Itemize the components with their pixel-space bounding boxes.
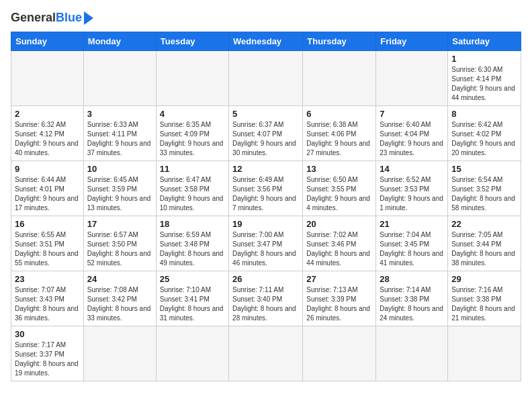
calendar-cell: 28Sunrise: 7:14 AM Sunset: 3:38 PM Dayli… (376, 271, 448, 326)
day-info: Sunrise: 7:08 AM Sunset: 3:42 PM Dayligh… (87, 285, 152, 323)
calendar-cell: 10Sunrise: 6:45 AM Sunset: 3:59 PM Dayli… (83, 161, 156, 216)
week-row-3: 9Sunrise: 6:44 AM Sunset: 4:01 PM Daylig… (11, 161, 521, 216)
day-info: Sunrise: 6:32 AM Sunset: 4:12 PM Dayligh… (15, 120, 80, 158)
day-number: 8 (451, 109, 517, 119)
day-number: 11 (160, 164, 225, 174)
calendar-cell: 5Sunrise: 6:37 AM Sunset: 4:07 PM Daylig… (229, 106, 303, 161)
day-info: Sunrise: 6:54 AM Sunset: 3:52 PM Dayligh… (451, 175, 517, 213)
day-info: Sunrise: 6:37 AM Sunset: 4:07 PM Dayligh… (232, 120, 299, 158)
day-number: 27 (306, 274, 372, 284)
day-info: Sunrise: 6:30 AM Sunset: 4:14 PM Dayligh… (451, 65, 517, 103)
calendar-cell: 21Sunrise: 7:04 AM Sunset: 3:45 PM Dayli… (376, 216, 448, 271)
day-header-thursday: Thursday (303, 32, 376, 51)
day-number: 10 (87, 164, 152, 174)
calendar-cell: 6Sunrise: 6:38 AM Sunset: 4:06 PM Daylig… (303, 106, 376, 161)
day-number: 5 (232, 109, 299, 119)
day-number: 3 (87, 109, 152, 119)
day-header-tuesday: Tuesday (156, 32, 228, 51)
calendar-cell (376, 51, 448, 106)
day-number: 19 (232, 219, 299, 229)
week-row-2: 2Sunrise: 6:32 AM Sunset: 4:12 PM Daylig… (11, 106, 521, 161)
day-info: Sunrise: 6:59 AM Sunset: 3:48 PM Dayligh… (160, 230, 225, 268)
header: General Blue (11, 11, 521, 25)
day-number: 7 (380, 109, 444, 119)
day-info: Sunrise: 7:00 AM Sunset: 3:47 PM Dayligh… (232, 230, 299, 268)
day-info: Sunrise: 6:38 AM Sunset: 4:06 PM Dayligh… (306, 120, 372, 158)
day-header-saturday: Saturday (448, 32, 521, 51)
calendar-cell: 18Sunrise: 6:59 AM Sunset: 3:48 PM Dayli… (156, 216, 228, 271)
calendar-cell: 9Sunrise: 6:44 AM Sunset: 4:01 PM Daylig… (11, 161, 84, 216)
calendar-header-row: SundayMondayTuesdayWednesdayThursdayFrid… (11, 32, 521, 51)
calendar-cell: 15Sunrise: 6:54 AM Sunset: 3:52 PM Dayli… (448, 161, 521, 216)
calendar-cell (303, 326, 376, 381)
day-number: 23 (15, 274, 80, 284)
week-row-5: 23Sunrise: 7:07 AM Sunset: 3:43 PM Dayli… (11, 271, 521, 326)
day-info: Sunrise: 6:49 AM Sunset: 3:56 PM Dayligh… (232, 175, 299, 213)
calendar-cell: 13Sunrise: 6:50 AM Sunset: 3:55 PM Dayli… (303, 161, 376, 216)
day-header-monday: Monday (83, 32, 156, 51)
day-info: Sunrise: 6:33 AM Sunset: 4:11 PM Dayligh… (87, 120, 152, 158)
day-number: 9 (15, 164, 80, 174)
day-info: Sunrise: 7:14 AM Sunset: 3:38 PM Dayligh… (380, 285, 444, 323)
calendar-cell: 17Sunrise: 6:57 AM Sunset: 3:50 PM Dayli… (83, 216, 156, 271)
day-number: 13 (306, 164, 372, 174)
day-info: Sunrise: 7:07 AM Sunset: 3:43 PM Dayligh… (15, 285, 80, 323)
logo-general: General (11, 11, 56, 25)
calendar-cell (303, 51, 376, 106)
calendar-cell: 30Sunrise: 7:17 AM Sunset: 3:37 PM Dayli… (11, 326, 84, 381)
day-number: 4 (160, 109, 225, 119)
logo: General Blue (11, 11, 93, 25)
day-number: 29 (451, 274, 517, 284)
day-info: Sunrise: 6:45 AM Sunset: 3:59 PM Dayligh… (87, 175, 152, 213)
week-row-6: 30Sunrise: 7:17 AM Sunset: 3:37 PM Dayli… (11, 326, 521, 381)
day-number: 16 (15, 219, 80, 229)
calendar-cell (83, 326, 156, 381)
day-info: Sunrise: 6:35 AM Sunset: 4:09 PM Dayligh… (160, 120, 225, 158)
day-info: Sunrise: 7:02 AM Sunset: 3:46 PM Dayligh… (306, 230, 372, 268)
day-info: Sunrise: 7:05 AM Sunset: 3:44 PM Dayligh… (451, 230, 517, 268)
day-number: 6 (306, 109, 372, 119)
week-row-1: 1Sunrise: 6:30 AM Sunset: 4:14 PM Daylig… (11, 51, 521, 106)
day-number: 22 (451, 219, 517, 229)
day-info: Sunrise: 7:10 AM Sunset: 3:41 PM Dayligh… (160, 285, 225, 323)
day-number: 17 (87, 219, 152, 229)
calendar-cell: 22Sunrise: 7:05 AM Sunset: 3:44 PM Dayli… (448, 216, 521, 271)
day-header-friday: Friday (376, 32, 448, 51)
day-number: 14 (380, 164, 444, 174)
day-info: Sunrise: 6:57 AM Sunset: 3:50 PM Dayligh… (87, 230, 152, 268)
calendar-cell (83, 51, 156, 106)
calendar-cell (156, 51, 228, 106)
day-info: Sunrise: 6:50 AM Sunset: 3:55 PM Dayligh… (306, 175, 372, 213)
calendar-cell: 24Sunrise: 7:08 AM Sunset: 3:42 PM Dayli… (83, 271, 156, 326)
day-number: 21 (380, 219, 444, 229)
calendar-cell: 19Sunrise: 7:00 AM Sunset: 3:47 PM Dayli… (229, 216, 303, 271)
day-info: Sunrise: 7:13 AM Sunset: 3:39 PM Dayligh… (306, 285, 372, 323)
calendar-cell: 27Sunrise: 7:13 AM Sunset: 3:39 PM Dayli… (303, 271, 376, 326)
calendar-cell (229, 326, 303, 381)
day-info: Sunrise: 7:16 AM Sunset: 3:38 PM Dayligh… (451, 285, 517, 323)
calendar-table: SundayMondayTuesdayWednesdayThursdayFrid… (11, 32, 521, 381)
calendar-cell: 14Sunrise: 6:52 AM Sunset: 3:53 PM Dayli… (376, 161, 448, 216)
day-info: Sunrise: 6:55 AM Sunset: 3:51 PM Dayligh… (15, 230, 80, 268)
day-info: Sunrise: 7:17 AM Sunset: 3:37 PM Dayligh… (15, 340, 80, 378)
day-info: Sunrise: 6:44 AM Sunset: 4:01 PM Dayligh… (15, 175, 80, 213)
day-header-wednesday: Wednesday (229, 32, 303, 51)
calendar-cell: 11Sunrise: 6:47 AM Sunset: 3:58 PM Dayli… (156, 161, 228, 216)
day-number: 1 (451, 54, 517, 64)
calendar-cell: 26Sunrise: 7:11 AM Sunset: 3:40 PM Dayli… (229, 271, 303, 326)
week-row-4: 16Sunrise: 6:55 AM Sunset: 3:51 PM Dayli… (11, 216, 521, 271)
day-number: 2 (15, 109, 80, 119)
day-info: Sunrise: 6:40 AM Sunset: 4:04 PM Dayligh… (380, 120, 444, 158)
day-number: 28 (380, 274, 444, 284)
calendar-cell: 25Sunrise: 7:10 AM Sunset: 3:41 PM Dayli… (156, 271, 228, 326)
day-number: 18 (160, 219, 225, 229)
day-info: Sunrise: 6:47 AM Sunset: 3:58 PM Dayligh… (160, 175, 225, 213)
calendar-cell: 4Sunrise: 6:35 AM Sunset: 4:09 PM Daylig… (156, 106, 228, 161)
day-info: Sunrise: 6:52 AM Sunset: 3:53 PM Dayligh… (380, 175, 444, 213)
logo-blue: Blue (56, 11, 82, 25)
calendar-cell: 29Sunrise: 7:16 AM Sunset: 3:38 PM Dayli… (448, 271, 521, 326)
day-header-sunday: Sunday (11, 32, 84, 51)
calendar-cell: 3Sunrise: 6:33 AM Sunset: 4:11 PM Daylig… (83, 106, 156, 161)
calendar-cell (448, 326, 521, 381)
calendar-cell: 2Sunrise: 6:32 AM Sunset: 4:12 PM Daylig… (11, 106, 84, 161)
